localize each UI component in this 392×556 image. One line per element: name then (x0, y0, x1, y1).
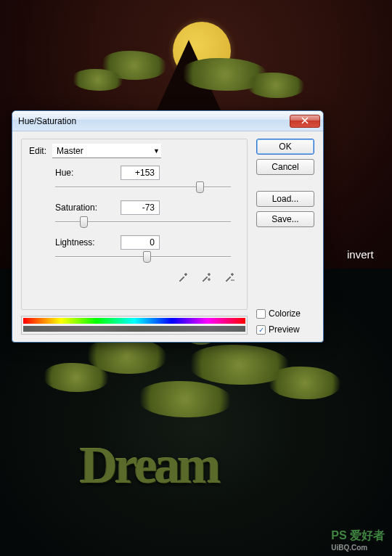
ok-button[interactable]: OK (256, 139, 314, 155)
hue-thumb[interactable] (196, 181, 204, 193)
edit-label: Edit: (29, 146, 48, 156)
hue-saturation-dialog: Hue/Saturation Edit: Master ▼ Hue: (12, 110, 324, 343)
slider-track (55, 187, 231, 188)
close-button[interactable] (290, 115, 320, 128)
lightness-thumb[interactable] (143, 251, 151, 263)
lightness-slider[interactable] (55, 251, 231, 263)
saturation-thumb[interactable] (80, 216, 88, 228)
saturation-input[interactable] (121, 200, 160, 215)
saturation-label: Saturation: (55, 203, 121, 213)
eyedropper-subtract-icon[interactable] (222, 270, 237, 285)
spectrum-result (23, 326, 245, 332)
saturation-slider[interactable] (55, 216, 231, 228)
spectrum-preview (21, 316, 248, 335)
eyedropper-icon[interactable] (176, 270, 190, 285)
eyedropper-add-icon[interactable] (199, 270, 213, 285)
close-icon (301, 117, 309, 126)
dialog-title: Hue/Saturation (18, 116, 290, 126)
watermark: PS 爱好者 UiBQ.Com (331, 528, 385, 552)
watermark-main: PS 爱好者 (331, 529, 385, 541)
edit-value: Master (57, 146, 83, 156)
save-button[interactable]: Save... (256, 211, 314, 227)
lightness-label: Lightness: (55, 237, 121, 248)
lightness-input[interactable] (121, 235, 160, 250)
invert-label: invert (347, 248, 374, 261)
cancel-button[interactable]: Cancel (256, 159, 314, 175)
preview-label: Preview (269, 324, 300, 335)
controls-group: Edit: Master ▼ Hue: Saturation: (21, 139, 248, 310)
load-button[interactable]: Load... (256, 191, 314, 207)
colorize-checkbox[interactable] (256, 309, 266, 319)
watermark-url: UiBQ.Com (331, 544, 385, 552)
colorize-label: Colorize (269, 308, 301, 319)
preview-checkbox[interactable]: ✓ (256, 325, 266, 335)
edit-combobox[interactable]: Master ▼ (52, 144, 161, 158)
hue-slider[interactable] (55, 181, 231, 193)
hue-label: Hue: (55, 168, 121, 178)
chevron-down-icon: ▼ (153, 147, 160, 155)
hue-input[interactable] (121, 165, 160, 180)
dream-art-text: Dream (80, 436, 219, 496)
spectrum-source (23, 318, 245, 324)
dialog-titlebar[interactable]: Hue/Saturation (12, 111, 323, 131)
